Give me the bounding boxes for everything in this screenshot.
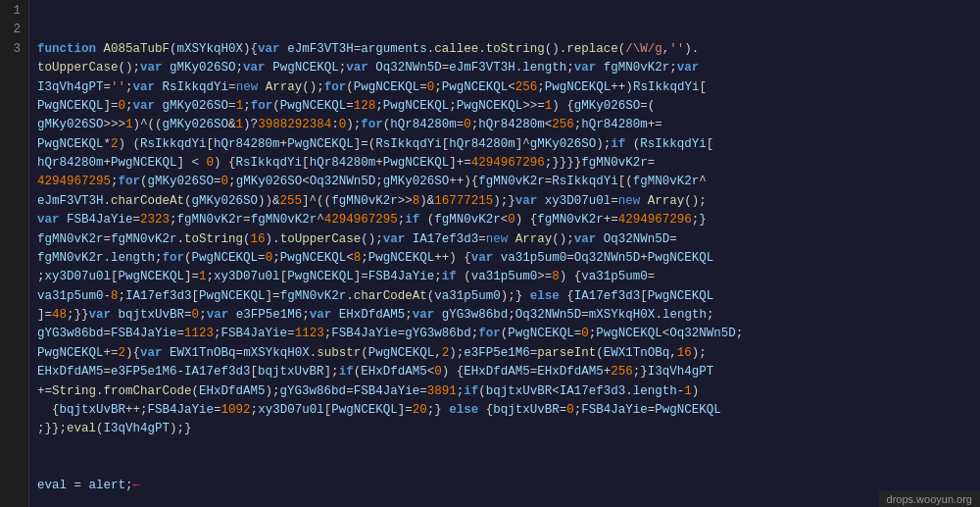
code-content[interactable]: function A085aTubF(mXSYkqH0X){var eJmF3V… <box>29 0 980 507</box>
line-1: 1 <box>6 2 21 21</box>
line-2: 2 <box>6 21 21 39</box>
code-line-2: eval = alert;← <box>37 477 972 495</box>
footer-text: drops.wooyun.org <box>887 493 972 505</box>
footer-bar: drops.wooyun.org <box>879 491 980 507</box>
code-editor: 1 2 3 function A085aTubF(mXSYkqH0X){var … <box>0 0 980 507</box>
line-3: 3 <box>6 40 21 59</box>
code-line-1: function A085aTubF(mXSYkqH0X){var eJmF3V… <box>37 40 972 439</box>
line-numbers: 1 2 3 <box>0 0 29 507</box>
